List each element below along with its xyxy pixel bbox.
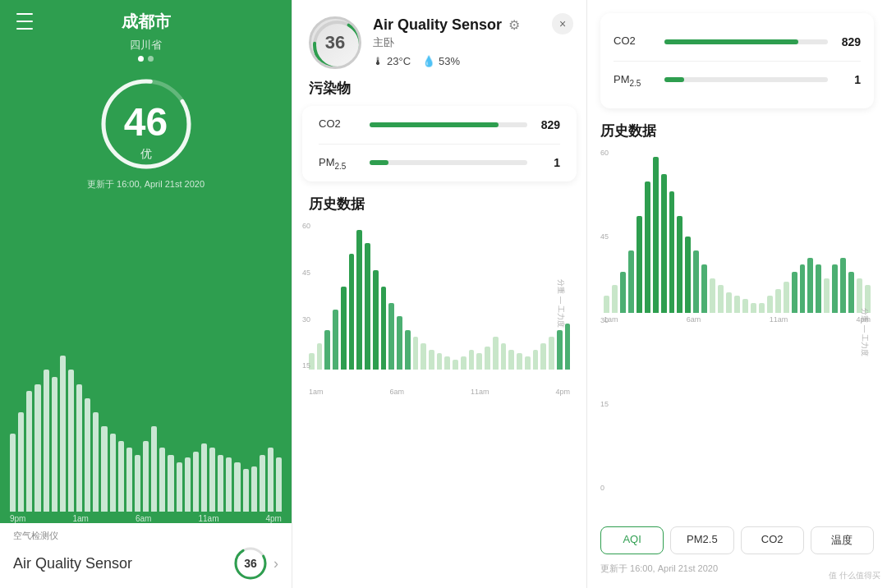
y-label: 45 [302,269,310,277]
bar-item [159,448,165,512]
bar-item [85,398,90,512]
right-bar-item [832,264,838,313]
pollutant-name: CO2 [614,34,655,49]
pollutant-bar-fill [370,160,388,165]
gear-icon[interactable]: ⚙ [508,17,520,33]
pollutant-bar-wrap [664,39,828,44]
bar-item [68,370,74,512]
right-bar-item [645,181,650,313]
right-bar-item [742,299,748,313]
bar-item [218,455,223,512]
right-bars [600,149,874,313]
history-bar-item [365,243,370,370]
bar-item [168,455,173,512]
bar-item [268,448,273,512]
pollutant-bar-fill [664,39,798,44]
bar-item [93,412,99,512]
right-bar-item [759,303,765,314]
history-bar-item [469,350,475,370]
y-label: 30 [302,315,310,324]
dot-2[interactable] [148,56,154,62]
history-bar-item [341,287,347,370]
history-bar-item [485,347,490,370]
right-bar-item [848,272,854,314]
right-panel: CO2 829 PM2.5 1 历史数据 604530150 分重 — 工力度 … [587,0,887,588]
history-bar-item [397,316,402,370]
history-bar-item [461,356,466,370]
pollutant-row: PM2.5 1 [319,145,560,182]
right-history-title: 历史数据 [600,122,874,140]
metric-tab-温度[interactable]: 温度 [811,526,874,554]
y-label: 15 [600,400,609,408]
city-name: 成都市 [13,11,278,33]
history-bar-item [501,343,507,370]
device-temp: 🌡 23°C [373,55,411,67]
right-bar-item [612,285,618,313]
x-label: 1am [72,514,88,523]
device-room: 主卧 [373,35,570,50]
history-bar-item [413,337,419,370]
pollutant-value: 1 [537,156,560,169]
metric-tab-aqi[interactable]: AQI [600,526,664,554]
bar-item [243,469,249,512]
y-axis-labels-mid: 60453015 [302,222,310,370]
pollutant-bar-fill [664,77,684,82]
right-bar-item [669,191,675,313]
history-bar-item [476,353,482,370]
right-bar-item [701,264,707,313]
history-bar-item [444,356,450,370]
pollutant-row: CO2 829 [319,106,560,145]
x-labels-left: 9pm1am6am11am4pm [7,512,285,523]
device-icon: 36 [309,16,361,69]
right-bar-item [726,292,732,313]
history-bar-item [453,360,458,370]
history-bar-item [525,356,531,370]
metric-tabs: AQIPM2.5CO2温度 [600,526,874,554]
y-label: 60 [302,222,310,230]
bar-item [60,356,66,512]
history-title: 历史数据 [302,195,577,214]
sensor-aqi-mini: 36 › [232,545,278,581]
right-bar-item [620,272,626,314]
right-bar-item [800,264,806,313]
bar-item [110,434,116,512]
right-bar-item [816,264,821,313]
bar-item [209,448,215,512]
sensor-section-label: 空气检测仪 [13,530,278,542]
sensor-row[interactable]: Air Quality Sensor 36 › [13,545,278,581]
right-bar-item [637,216,642,313]
metric-tab-pm2.5[interactable]: PM2.5 [670,526,733,554]
bar-item [126,448,132,512]
right-pollutants: CO2 829 PM2.5 1 [600,13,874,108]
pollutant-bar-wrap [370,122,527,127]
right-bar-item [840,258,846,314]
bar-item [101,426,107,512]
x-label: 1am [604,315,618,324]
bar-item [18,412,24,512]
right-bar-item [677,216,682,313]
right-bar-item [807,258,813,314]
right-bar-item [792,272,797,314]
history-bar-item [317,343,323,370]
history-bar-item [381,287,387,370]
x-label: 11am [471,388,489,396]
bar-item [234,462,240,512]
right-bar-item [710,278,715,313]
metric-tab-co2[interactable]: CO2 [741,526,804,554]
bar-item [44,370,49,512]
device-humidity: 💧 53% [422,55,460,67]
chevron-right-icon[interactable]: › [273,555,278,572]
history-bar-item [349,254,355,370]
x-label: 9pm [10,514,25,523]
history-bar-item [540,343,546,370]
bar-item [177,462,182,512]
bar-chart-left: 9pm1am6am11am4pm [0,197,292,523]
right-bar-item [718,285,724,313]
dot-1[interactable] [138,56,144,62]
bar-item [226,457,232,512]
province-name: 四川省 [0,38,292,53]
device-title: Air Quality Sensor [373,16,502,34]
history-chart: 60453015 分重 — 工力度 [302,222,577,386]
bar-item [151,426,157,512]
close-button[interactable]: × [552,13,573,34]
